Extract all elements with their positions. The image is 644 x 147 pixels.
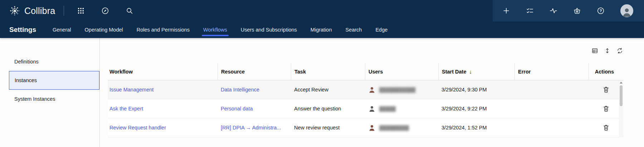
trash-icon — [602, 124, 610, 131]
tab-operating-model[interactable]: Operating Model — [85, 22, 123, 38]
sidebar-item-definitions[interactable]: Definitions — [9, 52, 99, 71]
person-icon — [621, 6, 632, 17]
instances-content: Workflow Resource Task Users Start Date … — [100, 38, 644, 147]
table-row: Issue Management Data Intelligence Accep… — [108, 80, 623, 99]
tab-edge[interactable]: Edge — [375, 22, 387, 38]
user-name-blurred: █████████ — [379, 125, 409, 131]
column-header-label: Task — [294, 69, 306, 75]
help-glyph: ? — [600, 9, 602, 13]
workflow-link[interactable]: Review Request handler — [108, 125, 218, 131]
column-header-start-date[interactable]: Start Date ↓ — [438, 63, 514, 80]
start-date-cell: 3/29/2024, 9:22 PM — [438, 106, 514, 112]
topbar: Collibra — [0, 0, 644, 22]
workflow-link[interactable]: Issue Management — [108, 87, 218, 93]
delete-instance-button[interactable] — [602, 104, 610, 113]
tab-label: Roles and Permissions — [137, 27, 190, 33]
app-header: Collibra — [0, 0, 644, 38]
column-header-task[interactable]: Task — [291, 63, 365, 80]
column-header-users[interactable]: Users — [365, 63, 438, 80]
add-icon[interactable] — [502, 7, 510, 15]
topbar-left-icons — [64, 7, 133, 15]
user-name-blurred: █████ — [379, 106, 396, 112]
table-row: Ask the Expert Personal data Answer the … — [108, 99, 623, 118]
users-cell: ███████████ — [365, 85, 438, 94]
trash-icon — [602, 105, 610, 112]
sidebar-item-label: Definitions — [14, 59, 39, 65]
column-header-workflow[interactable]: Workflow — [108, 63, 218, 80]
table-row: Review Request handler [RR] DPIA → Admin… — [108, 118, 623, 137]
tab-label: Migration — [311, 27, 332, 33]
tab-label: General — [53, 27, 71, 33]
table-view-icon[interactable] — [591, 47, 598, 54]
topbar-right-panel: ? — [493, 0, 644, 22]
delete-instance-button[interactable] — [602, 85, 610, 94]
column-header-label: Users — [369, 69, 383, 75]
column-header-label: Start Date — [442, 69, 467, 75]
tab-label: Search — [345, 27, 362, 33]
table-header-row: Workflow Resource Task Users Start Date … — [108, 63, 623, 80]
resource-link[interactable]: [RR] DPIA → Administra... — [218, 125, 291, 131]
tab-workflows[interactable]: Workflows — [203, 22, 227, 38]
user-name-blurred: ███████████ — [379, 87, 415, 93]
task-cell: New review request — [291, 125, 365, 131]
actions-cell — [589, 123, 623, 132]
users-cell: █████████ — [365, 123, 438, 132]
scrollbar-up-button[interactable] — [620, 80, 623, 85]
page-body: Definitions Instances System Instances — [0, 38, 644, 147]
sidebar-item-label: System Instances — [14, 96, 55, 102]
collibra-logo[interactable]: Collibra — [0, 5, 64, 16]
apps-grid-icon[interactable] — [77, 7, 85, 15]
sort-rows-icon[interactable] — [604, 47, 611, 54]
user-avatar[interactable] — [620, 4, 633, 17]
column-header-resource[interactable]: Resource — [218, 63, 291, 80]
table-scrollbar[interactable] — [619, 80, 623, 137]
tab-roles-and-permissions[interactable]: Roles and Permissions — [137, 22, 190, 38]
column-header-actions: Actions — [589, 63, 623, 80]
resource-link[interactable]: Personal data — [218, 106, 291, 112]
activity-icon[interactable] — [550, 7, 557, 15]
settings-tabs: General Operating Model Roles and Permis… — [53, 22, 387, 38]
column-header-label: Workflow — [109, 69, 133, 75]
tasks-icon[interactable] — [526, 7, 534, 15]
sidebar-item-system-instances[interactable]: System Instances — [9, 90, 99, 108]
task-cell: Accept Review — [291, 87, 365, 93]
refresh-icon[interactable] — [616, 47, 623, 54]
scrollbar-thumb[interactable] — [620, 85, 623, 106]
sort-desc-icon[interactable]: ↓ — [469, 68, 472, 75]
resource-link[interactable]: Data Intelligence — [218, 87, 291, 93]
basket-icon[interactable] — [573, 7, 581, 15]
compass-icon[interactable] — [101, 7, 109, 15]
user-photo-icon — [368, 85, 376, 94]
users-cell: █████ — [365, 104, 438, 113]
actions-cell — [589, 104, 623, 113]
tab-general[interactable]: General — [53, 22, 71, 38]
tab-label: Edge — [375, 27, 387, 33]
start-date-cell: 3/29/2024, 1:52 PM — [438, 125, 514, 131]
page-title: Settings — [9, 26, 36, 34]
tab-users-and-subscriptions[interactable]: Users and Subscriptions — [241, 22, 297, 38]
tab-label: Operating Model — [85, 27, 123, 33]
brand-name: Collibra — [24, 6, 55, 16]
start-date-cell: 3/29/2024, 9:30 PM — [438, 87, 514, 93]
workflow-link[interactable]: Ask the Expert — [108, 106, 218, 112]
tab-label: Workflows — [203, 27, 227, 33]
table-toolbar — [108, 47, 623, 54]
column-header-error[interactable]: Error — [514, 63, 589, 80]
actions-cell — [589, 85, 623, 94]
tab-search[interactable]: Search — [345, 22, 362, 38]
task-cell: Answer the question — [291, 106, 365, 112]
column-header-label: Actions — [595, 69, 614, 75]
tab-migration[interactable]: Migration — [311, 22, 332, 38]
help-icon[interactable]: ? — [597, 7, 605, 15]
instances-table: Workflow Resource Task Users Start Date … — [108, 63, 623, 137]
column-header-label: Resource — [221, 69, 245, 75]
triangle-up-icon — [620, 82, 623, 84]
search-icon[interactable] — [126, 7, 133, 15]
column-header-label: Error — [518, 69, 531, 75]
user-photo-icon — [368, 123, 376, 132]
delete-instance-button[interactable] — [602, 123, 610, 132]
collibra-logo-icon — [9, 5, 20, 16]
sidebar-item-instances[interactable]: Instances — [9, 71, 99, 90]
sidebar-item-label: Instances — [15, 77, 37, 83]
workflows-sidebar: Definitions Instances System Instances — [9, 38, 100, 147]
